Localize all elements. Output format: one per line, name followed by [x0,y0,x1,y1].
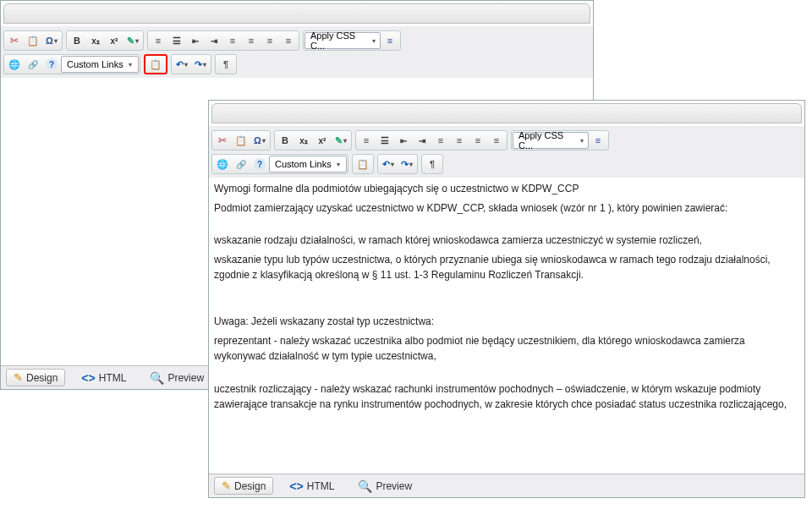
subscript-button[interactable] [294,132,313,149]
align-justify-button[interactable] [279,32,298,49]
paste-from-word-button[interactable] [354,156,372,173]
redo-button[interactable]: ▾ [398,156,416,173]
editor-content[interactable]: Wymogi formalne dla podmiotów ubiegający… [209,178,804,474]
help-button[interactable] [250,156,269,173]
group-undo: ▾ ▾ [377,154,418,174]
align-left-button[interactable] [431,132,450,149]
align-left-icon [438,135,443,145]
chevron-down-icon: ▾ [333,161,343,168]
show-paragraph-button[interactable] [423,156,442,173]
indent-button[interactable] [413,132,431,149]
paste-button[interactable] [232,132,250,149]
indent-button[interactable] [205,32,223,49]
format-icon [595,135,601,145]
align-right-button[interactable] [469,132,487,149]
apply-css-label: Apply CSS C... [310,30,367,51]
paste-word-icon [150,59,162,70]
superscript-button[interactable] [313,132,332,149]
cut-button[interactable] [5,32,24,49]
subscript-icon [299,135,308,145]
show-paragraph-button[interactable] [217,56,235,73]
paste-button[interactable] [24,32,42,49]
align-justify-button[interactable] [487,132,506,149]
highlight-button[interactable]: ▾ [332,132,350,149]
outdent-icon [192,36,199,46]
world-icon [8,59,20,70]
align-right-icon [267,36,272,46]
format-toggle-button[interactable] [589,132,607,149]
anchor-button[interactable] [232,156,250,173]
bold-icon [74,36,80,46]
bold-button[interactable] [68,32,86,49]
help-button[interactable] [42,56,61,73]
ul-button[interactable] [149,32,167,49]
footer-tabs: ✎ Design <> HTML 🔍 Preview [209,474,804,497]
paste-from-word-button[interactable] [146,56,165,73]
group-undo: ▾ ▾ [171,54,211,74]
redo-button[interactable]: ▾ [191,56,210,73]
tab-html[interactable]: <> HTML [74,369,134,387]
tab-preview-label: Preview [167,372,204,384]
cut-button[interactable] [213,132,232,149]
html-icon: <> [289,479,303,493]
group-list [147,30,299,51]
content-line: uczestnik rozliczający - należy wskazać … [214,381,799,413]
align-center-button[interactable] [242,32,261,49]
brush-icon [335,135,343,146]
tab-html-label: HTML [307,480,335,492]
undo-icon [176,59,184,70]
undo-button[interactable]: ▾ [173,56,191,73]
superscript-button[interactable] [105,32,123,49]
custom-links-dropdown[interactable]: Custom Links ▾ [61,56,139,73]
undo-icon [382,159,390,170]
group-clipboard: ▾ [211,130,271,151]
apply-css-dropdown[interactable]: Apply CSS C... ▾ [304,32,381,49]
bold-icon [282,135,288,145]
tab-design-label: Design [26,372,58,384]
tab-preview[interactable]: 🔍 Preview [142,369,211,387]
toolbar-row-2: Custom Links ▾ ▾ ▾ [211,152,802,176]
symbol-button[interactable]: ▾ [42,32,61,49]
group-links: Custom Links ▾ [211,154,348,174]
ol-button[interactable] [167,32,186,49]
group-pasteword [352,154,374,174]
anchor-button[interactable] [24,56,42,73]
align-center-button[interactable] [450,132,469,149]
hyperlink-button[interactable] [213,156,232,173]
tab-design[interactable]: ✎ Design [6,369,65,386]
window-titlebar [211,103,802,123]
ul-button[interactable] [357,132,376,149]
toolbar-area: ▾ ▾ Apply CSS C... ▾ [1,26,593,78]
align-right-button[interactable] [261,32,279,49]
format-toggle-button[interactable] [381,32,399,49]
bold-button[interactable] [276,132,294,149]
hyperlink-button[interactable] [5,56,24,73]
align-center-icon [457,135,462,145]
symbol-button[interactable]: ▾ [250,132,269,149]
cut-icon [218,134,227,146]
tab-preview-label: Preview [376,480,412,492]
toolbar-area: ▾ ▾ Apply CSS C... ▾ [209,126,804,178]
custom-links-dropdown[interactable]: Custom Links ▾ [269,156,347,173]
tab-preview[interactable]: 🔍 Preview [350,477,420,496]
omega-icon [254,135,261,145]
paste-word-icon [357,159,369,170]
group-font: ▾ [274,130,352,151]
subscript-button[interactable] [86,32,105,49]
help-icon [254,158,266,170]
align-left-button[interactable] [223,32,242,49]
ol-button[interactable] [376,132,394,149]
custom-links-label: Custom Links [275,159,332,169]
apply-css-dropdown[interactable]: Apply CSS C... ▾ [513,132,589,149]
ul-icon [364,135,369,145]
outdent-button[interactable] [394,132,413,149]
tab-html[interactable]: <> HTML [282,477,342,496]
group-para [421,154,443,174]
tab-design[interactable]: ✎ Design [214,477,273,495]
highlight-button[interactable]: ▾ [123,32,142,49]
anchor-icon [28,59,38,69]
outdent-button[interactable] [186,32,205,49]
undo-button[interactable]: ▾ [379,156,398,173]
content-line: Uwaga: Jeżeli wskazany został typ uczest… [214,314,799,330]
indent-icon [419,135,425,145]
